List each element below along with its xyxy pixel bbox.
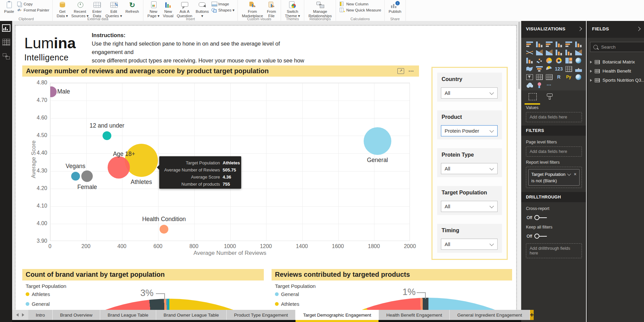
ribbon-button-publish[interactable]: Publish bbox=[387, 0, 403, 14]
values-dropzone[interactable]: Add data fields here bbox=[526, 112, 582, 122]
page-tab-product-type-engagement[interactable]: Product Type Engagement bbox=[227, 310, 296, 320]
ribbon-button-from-file[interactable]: FromFile bbox=[265, 0, 278, 18]
page-tab-brand-league-table[interactable]: Brand League Table bbox=[100, 310, 156, 320]
ribbon-button-format-painter[interactable]: Format Painter bbox=[17, 7, 49, 12]
ribbon-button-image[interactable]: Image bbox=[211, 1, 234, 6]
new-page-tab-button[interactable]: + bbox=[530, 310, 534, 320]
cross-report-toggle[interactable]: Off bbox=[521, 215, 586, 220]
expand-arrow-icon[interactable] bbox=[590, 79, 592, 82]
bubble-age-18[interactable] bbox=[108, 156, 130, 179]
keep-all-filters-toggle[interactable]: Off bbox=[521, 234, 586, 239]
waterfall-visual-icon[interactable] bbox=[526, 58, 533, 63]
area-visual-icon[interactable] bbox=[536, 50, 543, 55]
ribbon-button-new-page[interactable]: NewPage ▾ bbox=[146, 0, 161, 18]
page-tab-intro[interactable]: Intro bbox=[28, 310, 53, 320]
next-page-icon[interactable] bbox=[22, 313, 24, 317]
more-options-icon[interactable]: … bbox=[408, 68, 414, 73]
collapse-pane-icon[interactable] bbox=[636, 27, 641, 31]
focus-mode-icon[interactable]: ↗ bbox=[397, 68, 404, 74]
page-tab-brand-owner-league-table[interactable]: Brand Owner League Table bbox=[156, 310, 227, 320]
ribbon-button-switch-theme[interactable]: SwitchTheme ▾ bbox=[283, 0, 302, 18]
line-stacked-column-visual-icon[interactable] bbox=[565, 50, 572, 55]
gauge-visual-icon[interactable] bbox=[546, 66, 552, 72]
legend-item-general[interactable]: General bbox=[275, 291, 299, 297]
bubble-male[interactable] bbox=[50, 86, 57, 97]
filled-map-visual-icon[interactable] bbox=[526, 66, 533, 72]
slicer-dropdown-target-population[interactable]: All bbox=[441, 201, 498, 212]
map-visual-icon[interactable] bbox=[576, 58, 581, 63]
fields-search[interactable] bbox=[590, 42, 644, 52]
ribbon-chart-visual-icon[interactable] bbox=[575, 50, 582, 55]
format-tab-icon[interactable] bbox=[546, 93, 554, 100]
page-tab-target-demographic-engagement[interactable]: Target Demographic Engagement bbox=[296, 310, 379, 320]
data-view-button[interactable] bbox=[0, 35, 12, 49]
stacked-bar-visual-icon[interactable] bbox=[526, 42, 533, 47]
expand-arrow-icon[interactable] bbox=[590, 70, 592, 73]
report-level-filters-zone[interactable]: Target Population × is not (Blank) bbox=[526, 167, 582, 188]
page-tab-general-ingredient-engagement[interactable]: General Ingredient Engagement bbox=[450, 310, 530, 320]
donut-visual-icon[interactable] bbox=[556, 58, 562, 63]
arcgis-visual-icon[interactable] bbox=[576, 74, 581, 80]
page-level-filters-dropzone[interactable]: Add data fields here bbox=[526, 146, 582, 157]
card-visual-icon[interactable]: 123 bbox=[555, 66, 563, 72]
custom-visual-visual-icon[interactable] bbox=[536, 82, 543, 88]
line-clustered-column-visual-icon[interactable] bbox=[556, 50, 562, 55]
slicer-dropdown-country[interactable]: All bbox=[441, 87, 498, 99]
bubble-12-and-under[interactable] bbox=[103, 131, 111, 140]
100-stacked-bar-visual-icon[interactable] bbox=[565, 42, 572, 47]
page-tab-health-benefit-engagement[interactable]: Health Benefit Engagement bbox=[379, 310, 450, 320]
legend-item-general[interactable]: General bbox=[26, 301, 50, 307]
drillthrough-dropzone[interactable]: Add drillthrough fields here bbox=[526, 243, 582, 258]
ribbon-button-enter-data[interactable]: EnterData bbox=[90, 0, 104, 18]
clustered-bar-visual-icon[interactable] bbox=[546, 42, 553, 47]
slicer-dropdown-timing[interactable]: All bbox=[441, 239, 498, 250]
slicer-dropdown-product[interactable]: Protein Powder bbox=[441, 125, 498, 136]
pie-visual-icon[interactable] bbox=[546, 58, 552, 63]
report-view-button[interactable] bbox=[0, 21, 12, 35]
expand-arrow-icon[interactable] bbox=[590, 61, 592, 63]
ribbon-button-recent-sources[interactable]: RecentSources ▾ bbox=[69, 0, 90, 18]
multi-row-card-visual-icon[interactable] bbox=[565, 66, 572, 72]
line-visual-icon[interactable] bbox=[526, 50, 533, 55]
ribbon-button-get-data[interactable]: GetData ▾ bbox=[55, 0, 69, 18]
prev-page-icon[interactable] bbox=[16, 313, 19, 317]
bubble-chart-visual[interactable]: Average number of reviews and average sc… bbox=[22, 65, 419, 261]
legend-item-athletes[interactable]: Athletes bbox=[26, 291, 50, 297]
collapse-pane-icon[interactable] bbox=[578, 27, 582, 31]
ribbon-button-new-column[interactable]: New Column bbox=[339, 1, 381, 6]
slicer-dropdown-protein-type[interactable]: All bbox=[441, 163, 498, 174]
filter-chip-remove-icon[interactable]: × bbox=[574, 171, 577, 177]
model-view-button[interactable] bbox=[0, 49, 12, 63]
vertical-scrollbar[interactable] bbox=[517, 21, 521, 322]
legend-item-athletes[interactable]: Athletes bbox=[275, 301, 299, 307]
field-table-health-benefit[interactable]: Health Benefit bbox=[587, 66, 644, 76]
ribbon-button-new-quick-measure[interactable]: New Quick Measure bbox=[339, 7, 381, 12]
bubble-athletes[interactable] bbox=[125, 144, 158, 177]
search-input[interactable] bbox=[600, 44, 639, 50]
ribbon-button-manage-relationships[interactable]: ManageRelationships bbox=[307, 0, 333, 18]
stacked-column-visual-icon[interactable] bbox=[536, 42, 543, 47]
treemap-visual-icon[interactable] bbox=[565, 58, 572, 63]
funnel-visual-icon[interactable] bbox=[536, 66, 543, 72]
ribbon-button-shapes[interactable]: Shapes ▾ bbox=[211, 7, 234, 12]
clustered-column-visual-icon[interactable] bbox=[556, 42, 562, 47]
ribbon-button-paste[interactable]: Paste bbox=[2, 0, 16, 14]
stacked-area-visual-icon[interactable] bbox=[546, 50, 553, 55]
bubble-female[interactable] bbox=[81, 170, 93, 182]
ribbon-button-refresh[interactable]: Refresh bbox=[124, 0, 141, 14]
kpi-visual-icon[interactable] bbox=[575, 66, 582, 72]
ribbon-button-ask-a-question[interactable]: Ask AQuestion bbox=[175, 0, 194, 18]
scrollbar-thumb[interactable] bbox=[518, 22, 520, 89]
100-stacked-column-visual-icon[interactable] bbox=[575, 42, 582, 47]
filter-chip-target-population[interactable]: Target Population × is not (Blank) bbox=[528, 169, 580, 186]
bubble-health-condition[interactable] bbox=[160, 225, 168, 234]
table-visual-icon[interactable] bbox=[536, 74, 543, 80]
ribbon-button-edit-queries[interactable]: EditQueries ▾ bbox=[104, 0, 123, 18]
ribbon-button-from-marketplace[interactable]: FromMarketplace bbox=[240, 0, 265, 18]
slicer-visual-icon[interactable] bbox=[526, 74, 533, 80]
field-table-botanical-matrix[interactable]: Botanical Matrix bbox=[587, 57, 644, 66]
ribbon-button-buttons[interactable]: Buttons▾ bbox=[194, 0, 211, 18]
ribbon-button-new-visual[interactable]: NewVisual bbox=[161, 0, 175, 18]
matrix-visual-icon[interactable] bbox=[546, 74, 553, 80]
python-visual-icon[interactable]: Py bbox=[565, 74, 572, 80]
